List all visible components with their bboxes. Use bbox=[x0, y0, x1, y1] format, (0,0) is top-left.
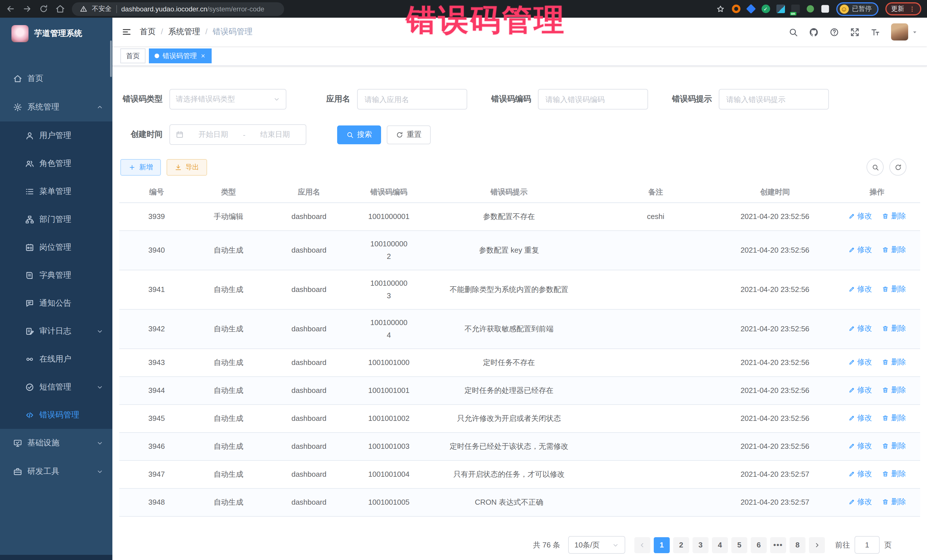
page-number-button[interactable]: 1 bbox=[654, 537, 670, 553]
browser-update-button[interactable]: 更新 bbox=[885, 2, 921, 15]
page-number-button[interactable]: ••• bbox=[770, 537, 786, 553]
page-number-button[interactable]: 3 bbox=[693, 537, 708, 553]
update-label: 更新 bbox=[891, 5, 904, 13]
page-number-button[interactable]: 4 bbox=[712, 537, 728, 553]
breadcrumb-item[interactable]: 首页 bbox=[140, 27, 168, 37]
filter-input[interactable] bbox=[719, 89, 829, 109]
sidebar-logo[interactable]: 芋道管理系统 bbox=[0, 18, 112, 50]
home-icon[interactable] bbox=[55, 4, 65, 14]
page-number-button[interactable]: 8 bbox=[790, 537, 805, 553]
delete-link[interactable]: 删除 bbox=[882, 283, 906, 295]
page-number-button[interactable]: 6 bbox=[751, 537, 767, 553]
delete-link[interactable]: 删除 bbox=[882, 384, 906, 396]
error-type-select[interactable]: 请选择错误码类型 bbox=[169, 89, 286, 109]
cell-remark bbox=[595, 377, 716, 405]
cell-code: 1001001002 bbox=[355, 405, 423, 433]
cell-actions: 修改 删除 bbox=[834, 349, 921, 377]
edit-link[interactable]: 修改 bbox=[848, 467, 872, 480]
reload-icon[interactable] bbox=[39, 4, 49, 14]
delete-link[interactable]: 删除 bbox=[882, 356, 906, 369]
page-tab[interactable]: 错误码管理 bbox=[149, 49, 212, 63]
browser-profile-chip[interactable]: 已暂停 bbox=[836, 2, 878, 16]
address-bar[interactable]: 不安全 dashboard.yudao.iocoder.cn/system/er… bbox=[72, 2, 284, 16]
next-page-button[interactable] bbox=[809, 537, 825, 553]
sidebar-item[interactable]: 部门管理 bbox=[0, 205, 112, 233]
back-icon[interactable] bbox=[6, 4, 15, 14]
sidebar-item[interactable]: 角色管理 bbox=[0, 149, 112, 178]
sidebar-item[interactable]: 用户管理 bbox=[0, 121, 112, 149]
filter-input[interactable] bbox=[357, 89, 467, 109]
user-menu[interactable] bbox=[891, 23, 918, 41]
edit-link[interactable]: 修改 bbox=[848, 243, 872, 256]
page-number-button[interactable]: 2 bbox=[673, 537, 689, 553]
page-size-select[interactable]: 10条/页 bbox=[568, 536, 625, 554]
bookmark-star-icon[interactable] bbox=[716, 4, 725, 14]
orange-ring-extension-icon[interactable] bbox=[732, 5, 740, 13]
cell-app: dashboard bbox=[263, 310, 355, 349]
filter-input[interactable] bbox=[538, 89, 648, 109]
github-icon[interactable] bbox=[809, 27, 819, 37]
sidebar-item[interactable]: 短信管理 bbox=[0, 373, 112, 401]
edit-link[interactable]: 修改 bbox=[848, 322, 872, 335]
page-number-button[interactable]: 5 bbox=[731, 537, 747, 553]
sidebar-item[interactable]: 在线用户 bbox=[0, 345, 112, 373]
prev-page-button[interactable] bbox=[634, 537, 650, 553]
onetab-extension-icon[interactable]: on bbox=[791, 5, 799, 13]
green-circle-extension-icon[interactable]: ✓ bbox=[761, 5, 770, 13]
sidebar-item[interactable]: 通知公告 bbox=[0, 289, 112, 317]
edit-link[interactable]: 修改 bbox=[848, 440, 872, 452]
sidebar-item[interactable]: 菜单管理 bbox=[0, 178, 112, 205]
sidebar-item[interactable]: 首页 bbox=[0, 64, 112, 93]
goto-page-input[interactable] bbox=[854, 536, 880, 554]
trash-icon bbox=[882, 246, 889, 253]
delete-link[interactable]: 删除 bbox=[882, 440, 906, 452]
puzzle-extension-icon[interactable] bbox=[821, 5, 829, 13]
grid-extension-icon[interactable] bbox=[776, 5, 785, 13]
search-icon[interactable] bbox=[789, 27, 798, 37]
cell-id: 3943 bbox=[119, 349, 194, 377]
reset-button[interactable]: 重置 bbox=[387, 125, 431, 144]
forward-icon[interactable] bbox=[22, 4, 32, 14]
sidebar-item[interactable]: 错误码管理 bbox=[0, 401, 112, 429]
sidebar-item[interactable]: 字典管理 bbox=[0, 261, 112, 289]
add-button[interactable]: 新增 bbox=[120, 159, 161, 175]
edit-link[interactable]: 修改 bbox=[848, 384, 872, 396]
fullscreen-icon[interactable] bbox=[850, 27, 860, 37]
edit-link[interactable]: 修改 bbox=[848, 283, 872, 295]
blue-gem-extension-icon[interactable] bbox=[746, 4, 755, 14]
start-date-placeholder[interactable]: 开始日期 bbox=[188, 129, 239, 140]
edit-link[interactable]: 修改 bbox=[848, 412, 872, 424]
sidebar-item[interactable]: 研发工具 bbox=[0, 457, 112, 486]
delete-link[interactable]: 删除 bbox=[882, 412, 906, 424]
sidebar-item[interactable]: 岗位管理 bbox=[0, 233, 112, 261]
breadcrumb-item[interactable]: 错误码管理 bbox=[213, 27, 253, 37]
edit-link[interactable]: 修改 bbox=[848, 356, 872, 369]
edit-link[interactable]: 修改 bbox=[848, 496, 872, 508]
sidebar-item[interactable]: 审计日志 bbox=[0, 317, 112, 345]
breadcrumb-item[interactable]: 系统管理 bbox=[168, 27, 213, 37]
hamburger-icon[interactable] bbox=[122, 27, 132, 37]
delete-link[interactable]: 删除 bbox=[882, 243, 906, 256]
close-icon[interactable] bbox=[200, 53, 206, 59]
font-size-icon[interactable] bbox=[871, 27, 880, 37]
green-key-extension-icon[interactable] bbox=[806, 5, 814, 12]
delete-link[interactable]: 删除 bbox=[882, 496, 906, 508]
refresh-table-button[interactable] bbox=[889, 159, 906, 176]
help-icon[interactable] bbox=[830, 27, 839, 37]
page-tab[interactable]: 首页 bbox=[120, 49, 146, 63]
search-button[interactable]: 搜索 bbox=[337, 125, 381, 144]
delete-link[interactable]: 删除 bbox=[882, 467, 906, 480]
filter-row-1: 错误码类型 请选择错误码类型 应用名 bbox=[119, 89, 920, 109]
end-date-placeholder[interactable]: 结束日期 bbox=[250, 129, 300, 140]
sidebar-item[interactable]: 基础设施 bbox=[0, 429, 112, 457]
delete-link[interactable]: 删除 bbox=[882, 322, 906, 335]
sidebar-item[interactable]: 系统管理 bbox=[0, 93, 112, 121]
show-search-toggle-button[interactable] bbox=[866, 159, 884, 176]
date-range-picker[interactable]: 开始日期 - 结束日期 bbox=[169, 124, 306, 145]
browser-menu-icon[interactable] bbox=[909, 5, 916, 12]
cell-remark bbox=[595, 489, 716, 516]
export-button[interactable]: 导出 bbox=[167, 159, 207, 175]
edit-link[interactable]: 修改 bbox=[848, 210, 872, 222]
avatar[interactable] bbox=[891, 23, 908, 41]
delete-link[interactable]: 删除 bbox=[882, 210, 906, 222]
